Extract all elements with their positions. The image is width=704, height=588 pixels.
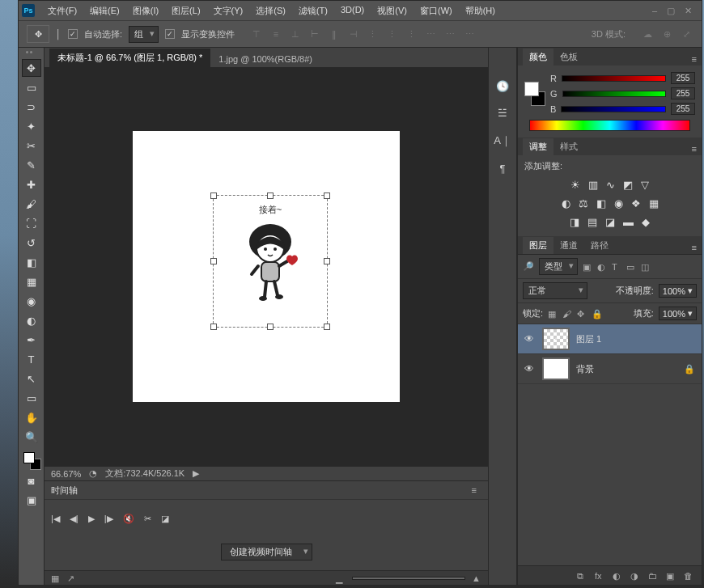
filter-smart-icon[interactable]: ◫ (641, 262, 651, 272)
3d-pan-icon[interactable]: ⊕ (659, 27, 674, 41)
3d-scale-icon[interactable]: ⤢ (679, 27, 693, 41)
link-layers-icon[interactable]: ⧉ (577, 571, 587, 581)
photo-filter-icon[interactable]: ◉ (614, 197, 623, 209)
vibrance-icon[interactable]: ▽ (641, 179, 649, 191)
doc-size[interactable]: 文档:732.4K/526.1K (105, 467, 184, 480)
menu-help[interactable]: 帮助(H) (459, 2, 502, 20)
filter-image-icon[interactable]: ▣ (583, 262, 592, 272)
tab-adjustments[interactable]: 调整 (523, 138, 553, 155)
status-indicator-icon[interactable]: ◔ (89, 468, 97, 479)
magic-wand-tool[interactable]: ✦ (22, 117, 41, 135)
exposure-icon[interactable]: ◩ (623, 179, 633, 191)
layer-row[interactable]: 👁 • 图层 1 (518, 324, 702, 354)
b-value[interactable]: 255 (671, 103, 695, 115)
dist-top-icon[interactable]: ⋮ (366, 27, 380, 41)
create-video-timeline-button[interactable]: 创建视频时间轴 (221, 544, 312, 561)
document-tab-1[interactable]: 未标题-1 @ 66.7% (图层 1, RGB/8) * (49, 49, 210, 67)
status-arrow-icon[interactable]: ▶ (193, 468, 199, 479)
align-left-icon[interactable]: ⊢ (307, 27, 322, 41)
layers-panel-menu-icon[interactable]: ≡ (687, 241, 702, 254)
tab-styles[interactable]: 样式 (553, 138, 584, 155)
character-panel-icon[interactable]: A｜ (494, 133, 511, 148)
zoom-tool[interactable]: 🔍 (22, 428, 41, 446)
adjust-panel-menu-icon[interactable]: ≡ (687, 142, 702, 155)
move-tool[interactable]: ✥ (22, 59, 41, 77)
handle-bottom-left[interactable] (210, 324, 217, 330)
toolbox-grip[interactable] (26, 51, 37, 54)
layer-thumbnail[interactable]: • (542, 328, 570, 350)
history-panel-icon[interactable]: 🕓 (496, 80, 509, 92)
lock-pixels-icon[interactable]: 🖌 (562, 309, 572, 319)
screen-mode-tool[interactable]: ▣ (22, 491, 41, 509)
transform-bounding-box[interactable]: 接着~ (214, 196, 327, 327)
canvas-area[interactable]: 接着~ (45, 67, 488, 466)
tl-options-icon[interactable]: ▦ (51, 573, 61, 583)
lock-all-icon[interactable]: 🔒 (592, 309, 601, 319)
type-tool[interactable]: T (22, 350, 41, 368)
menu-type[interactable]: 文字(Y) (207, 2, 250, 20)
stamp-tool[interactable]: ⛶ (22, 214, 41, 232)
tl-play-icon[interactable]: ▶ (88, 514, 95, 524)
tl-zoom-in-icon[interactable]: ▲ (472, 573, 481, 583)
brightness-icon[interactable]: ☀ (570, 179, 580, 191)
blur-tool[interactable]: ◉ (22, 292, 41, 310)
filter-search-icon[interactable]: 🔎 (523, 261, 534, 272)
curves-icon[interactable]: ∿ (606, 179, 615, 191)
invert-icon[interactable]: ◨ (570, 216, 579, 228)
delete-layer-icon[interactable]: 🗑 (684, 571, 693, 581)
color-panel-menu-icon[interactable]: ≡ (687, 53, 702, 66)
menu-view[interactable]: 视图(V) (371, 2, 413, 20)
b-slider[interactable] (561, 106, 666, 112)
history-brush-tool[interactable]: ↺ (22, 234, 41, 252)
layer-name[interactable]: 图层 1 (576, 333, 601, 345)
layer-thumbnail[interactable] (542, 357, 570, 380)
menu-3d[interactable]: 3D(D) (334, 2, 371, 20)
dist-left-icon[interactable]: ⋯ (424, 27, 439, 41)
close-button[interactable]: ✕ (685, 6, 692, 16)
align-vcenter-icon[interactable]: ≡ (269, 27, 283, 41)
paragraph-panel-icon[interactable]: ¶ (500, 163, 506, 175)
fill-value[interactable]: 100%▾ (659, 307, 697, 320)
properties-panel-icon[interactable]: ☱ (498, 107, 507, 119)
timeline-menu-icon[interactable]: ≡ (467, 484, 481, 497)
handle-top-center[interactable] (267, 192, 274, 199)
menu-window[interactable]: 窗口(W) (413, 2, 459, 20)
eraser-tool[interactable]: ◧ (22, 253, 41, 271)
tl-split-icon[interactable]: ✂ (144, 514, 151, 524)
canvas[interactable]: 接着~ (133, 131, 400, 402)
handle-bottom-right[interactable] (324, 324, 330, 330)
path-select-tool[interactable]: ↖ (22, 370, 41, 387)
dist-hcenter-icon[interactable]: ⋯ (443, 27, 458, 41)
brush-tool[interactable]: 🖌 (22, 195, 41, 213)
handle-bottom-center[interactable] (267, 324, 274, 330)
new-layer-icon[interactable]: ▣ (666, 571, 676, 581)
menu-image[interactable]: 图像(I) (126, 2, 165, 20)
3d-orbit-icon[interactable]: ☁ (640, 27, 655, 41)
tab-layers[interactable]: 图层 (523, 237, 553, 254)
filter-shape-icon[interactable]: ▭ (626, 262, 636, 272)
tab-color[interactable]: 颜色 (523, 49, 553, 66)
tab-swatches[interactable]: 色板 (553, 49, 584, 66)
maximize-button[interactable]: ▢ (667, 6, 675, 16)
move-tool-icon[interactable]: ✥ (27, 25, 49, 43)
lock-position-icon[interactable]: ✥ (577, 309, 587, 319)
tl-transition-icon[interactable]: ◪ (161, 514, 169, 524)
dist-bottom-icon[interactable]: ⋮ (405, 27, 419, 41)
filter-kind-dropdown[interactable]: 类型 (539, 258, 578, 275)
crop-tool[interactable]: ✂ (22, 137, 41, 154)
layer-style-icon[interactable]: fx (595, 571, 604, 581)
tab-paths[interactable]: 路径 (584, 237, 615, 254)
visibility-icon[interactable]: 👁 (524, 333, 536, 345)
menu-file[interactable]: 文件(F) (41, 2, 83, 20)
show-transform-checkbox[interactable]: ✓ (165, 29, 175, 39)
filter-adjust-icon[interactable]: ◐ (597, 262, 607, 272)
menu-edit[interactable]: 编辑(E) (83, 2, 126, 20)
align-right-icon[interactable]: ⊣ (346, 27, 361, 41)
align-hcenter-icon[interactable]: ‖ (327, 27, 341, 41)
spectrum-ramp[interactable] (529, 120, 690, 131)
dist-vcenter-icon[interactable]: ⋮ (385, 27, 400, 41)
layer-name[interactable]: 背景 (576, 363, 594, 375)
healing-tool[interactable]: ✚ (22, 176, 41, 193)
handle-top-right[interactable] (324, 192, 330, 199)
blend-mode-dropdown[interactable]: 正常 (523, 282, 587, 299)
